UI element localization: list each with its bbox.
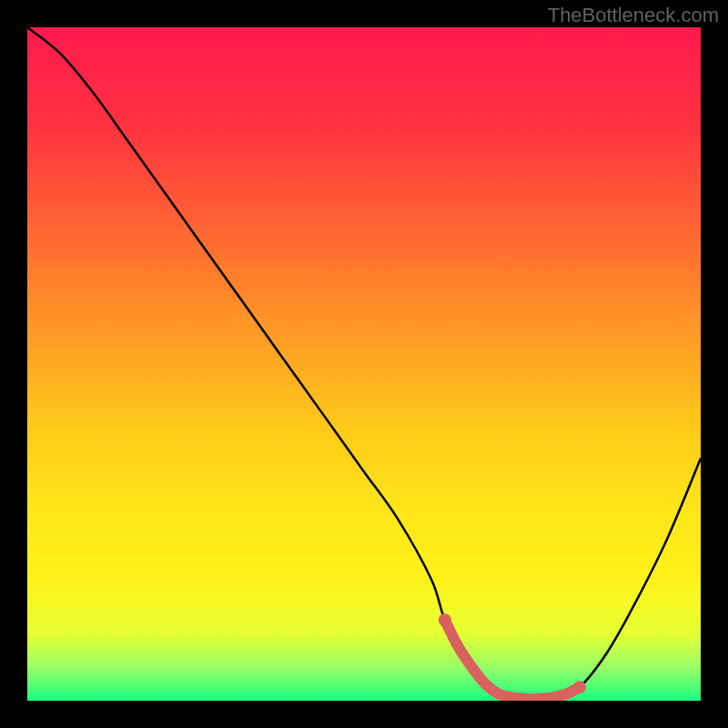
watermark-text: TheBottleneck.com (548, 4, 719, 27)
bottleneck-curve (27, 27, 701, 701)
curve-layer (27, 27, 701, 701)
optimal-marker (445, 620, 580, 699)
optimal-marker-end (573, 681, 586, 693)
optimal-marker-start (439, 613, 451, 626)
plot-area (27, 27, 701, 701)
